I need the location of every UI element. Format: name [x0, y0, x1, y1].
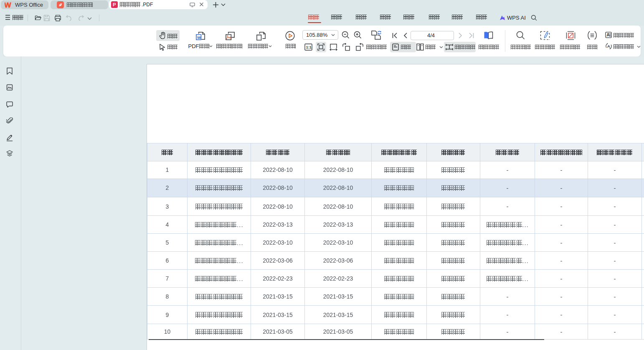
- svg-text:W: W: [197, 35, 201, 40]
- svg-text:W: W: [5, 2, 11, 8]
- svg-text:P: P: [113, 2, 116, 7]
- svg-text:A: A: [606, 33, 610, 37]
- svg-text:1:1: 1:1: [306, 45, 312, 49]
- svg-text:A: A: [607, 44, 610, 49]
